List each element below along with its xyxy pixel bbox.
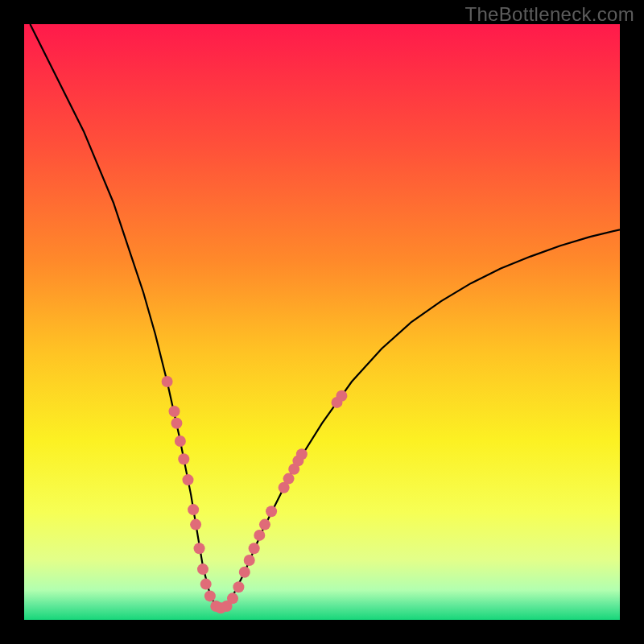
- highlight-dot: [227, 592, 238, 604]
- highlight-dot: [162, 376, 173, 387]
- highlight-dot: [171, 418, 182, 429]
- watermark-text: TheBottleneck.com: [464, 3, 634, 26]
- highlight-dot: [200, 579, 212, 590]
- highlight-dot: [239, 567, 250, 578]
- highlight-dot: [266, 506, 277, 517]
- highlight-dot: [259, 519, 270, 530]
- highlight-dot: [190, 519, 201, 530]
- chart-svg: [24, 24, 620, 620]
- highlight-dot: [204, 590, 216, 601]
- highlight-dot: [168, 406, 180, 417]
- gradient-background: [24, 24, 620, 620]
- highlight-dot: [283, 473, 295, 485]
- highlight-dot: [175, 436, 186, 447]
- highlight-dot: [336, 390, 347, 402]
- chart-frame: TheBottleneck.com: [0, 0, 644, 644]
- highlight-dot: [194, 543, 205, 554]
- highlight-dot: [249, 543, 260, 554]
- highlight-dot: [183, 474, 194, 485]
- highlight-dot: [197, 564, 208, 575]
- highlight-dot: [233, 581, 244, 592]
- highlight-dot: [296, 448, 308, 460]
- plot-area: [24, 24, 620, 620]
- highlight-dot: [244, 555, 255, 566]
- highlight-dot: [254, 530, 265, 541]
- highlight-dot: [178, 453, 189, 464]
- highlight-dot: [188, 504, 199, 515]
